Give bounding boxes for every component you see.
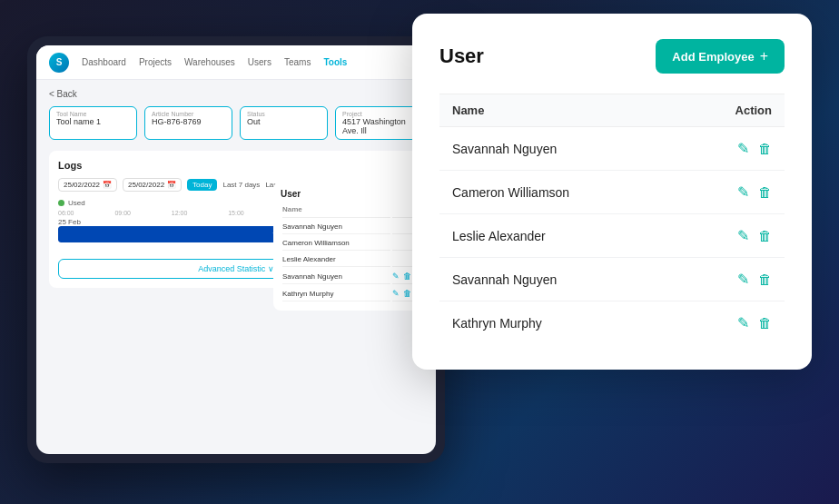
table-row: Kathryn Murphy ✎🗑 xyxy=(282,286,423,301)
tablet-device: S Dashboard Projects Warehouses Users Te… xyxy=(27,36,445,463)
user-name-cell-small: Leslie Alexander xyxy=(282,252,390,267)
plus-icon: + xyxy=(760,48,768,64)
btn-last7[interactable]: Last 7 days xyxy=(222,181,260,189)
nav-item-warehouses[interactable]: Warehouses xyxy=(184,57,235,67)
nav-bar: S Dashboard Projects Warehouses Users Te… xyxy=(36,45,436,80)
action-cell: ✎ 🗑 xyxy=(680,214,785,258)
field-value-project: 4517 Washington Ave. Ill xyxy=(342,117,416,135)
btn-today[interactable]: Today xyxy=(187,179,217,191)
add-employee-label: Add Employee xyxy=(672,50,754,64)
table-row: Savannah Nguyen xyxy=(282,220,423,234)
delete-icon[interactable]: 🗑 xyxy=(758,272,772,287)
edit-icon[interactable]: ✎ xyxy=(737,227,749,244)
calendar-icon: 📅 xyxy=(103,181,112,189)
user-name-cell: Savannah Nguyen xyxy=(439,258,680,301)
field-value-tool-name: Tool name 1 xyxy=(56,117,130,126)
delete-icon[interactable]: 🗑 xyxy=(758,184,772,200)
edit-icon[interactable]: ✎ xyxy=(737,314,749,331)
delete-icon[interactable]: 🗑 xyxy=(758,315,772,331)
nav-item-tools[interactable]: Tools xyxy=(323,57,347,67)
user-name-cell: Kathryn Murphy xyxy=(439,301,680,345)
edit-icon[interactable]: ✎ xyxy=(737,183,749,201)
user-section-small: User Name Savannah Nguyen Cameron Willia… xyxy=(273,182,432,311)
date-from-input[interactable]: 25/02/2022 📅 xyxy=(58,178,117,192)
table-row: Savannah Nguyen ✎ 🗑 xyxy=(439,127,785,171)
nav-item-teams[interactable]: Teams xyxy=(284,57,311,67)
user-name-cell: Leslie Alexander xyxy=(439,214,680,258)
table-row: Kathryn Murphy ✎ 🗑 xyxy=(439,301,785,345)
modal-header: User Add Employee + xyxy=(439,39,785,74)
nav-item-projects[interactable]: Projects xyxy=(139,57,172,67)
edit-icon[interactable]: ✎ xyxy=(737,140,749,157)
tablet-screen: S Dashboard Projects Warehouses Users Te… xyxy=(36,45,436,454)
user-name-cell-small: Savannah Nguyen xyxy=(282,220,390,234)
table-row: Cameron Williamson xyxy=(282,236,423,251)
calendar-icon-2: 📅 xyxy=(167,181,176,189)
col-name: Name xyxy=(439,94,680,127)
field-label-tool-name: Tool Name xyxy=(56,111,130,117)
table-row: Leslie Alexander ✎ 🗑 xyxy=(439,214,785,258)
chart-bar: 7:44 xyxy=(58,226,290,242)
delete-icon-small[interactable]: 🗑 xyxy=(403,289,411,298)
table-row: Savannah Nguyen ✎ 🗑 xyxy=(439,258,785,301)
nav-logo: S xyxy=(49,53,69,73)
field-label-status: Status xyxy=(247,111,321,117)
delete-icon[interactable]: 🗑 xyxy=(758,228,772,243)
table-row: Cameron Williamson ✎ 🗑 xyxy=(439,171,785,214)
action-cell: ✎ 🗑 xyxy=(680,301,785,345)
user-table: Name Action Savannah Nguyen ✎ 🗑 Cameron … xyxy=(439,94,785,344)
field-value-article: HG-876-8769 xyxy=(152,117,225,126)
user-name-cell: Cameron Williamson xyxy=(439,171,680,214)
field-value-status: Out xyxy=(247,117,321,126)
action-cell: ✎ 🗑 xyxy=(680,127,785,171)
col-action: Action xyxy=(680,94,785,127)
action-cell: ✎ 🗑 xyxy=(680,171,785,214)
user-modal: User Add Employee + Name Action Savannah… xyxy=(412,14,812,370)
delete-icon[interactable]: 🗑 xyxy=(758,141,772,156)
user-name-cell-small: Cameron Williamson xyxy=(282,236,390,251)
field-label-project: Project xyxy=(342,111,416,117)
user-title-small: User xyxy=(281,189,425,199)
logs-title: Logs xyxy=(58,160,414,171)
col-name-small: Name xyxy=(282,205,390,218)
edit-icon-small[interactable]: ✎ xyxy=(392,272,400,281)
field-status: Status Out xyxy=(240,106,328,140)
chart-status-label: Used xyxy=(68,199,85,207)
table-row: Leslie Alexander xyxy=(282,252,423,267)
back-link[interactable]: < Back xyxy=(49,89,423,99)
field-tool-name: Tool Name Tool name 1 xyxy=(49,106,137,140)
action-cell: ✎ 🗑 xyxy=(680,258,785,301)
user-name-cell: Savannah Nguyen xyxy=(439,127,680,171)
edit-icon[interactable]: ✎ xyxy=(737,271,749,288)
date-to-input[interactable]: 25/02/2022 📅 xyxy=(123,178,182,192)
nav-item-users[interactable]: Users xyxy=(248,57,271,67)
edit-icon-small[interactable]: ✎ xyxy=(392,289,400,298)
user-name-cell-small: Kathryn Murphy xyxy=(282,286,390,301)
fields-row: Tool Name Tool name 1 Article Number HG-… xyxy=(49,106,423,140)
field-article-number: Article Number HG-876-8769 xyxy=(144,106,232,140)
delete-icon-small[interactable]: 🗑 xyxy=(403,272,411,281)
nav-item-dashboard[interactable]: Dashboard xyxy=(82,57,126,67)
modal-title: User xyxy=(439,44,484,68)
add-employee-button[interactable]: Add Employee + xyxy=(656,39,785,74)
user-name-cell-small: Savannah Nguyen xyxy=(282,269,390,284)
user-table-small: Name Savannah Nguyen Cameron Williamson … xyxy=(281,203,425,303)
table-row: Savannah Nguyen ✎🗑 xyxy=(282,269,423,284)
status-dot xyxy=(58,200,64,206)
field-project: Project 4517 Washington Ave. Ill xyxy=(335,106,423,140)
field-label-article: Article Number xyxy=(152,111,225,117)
